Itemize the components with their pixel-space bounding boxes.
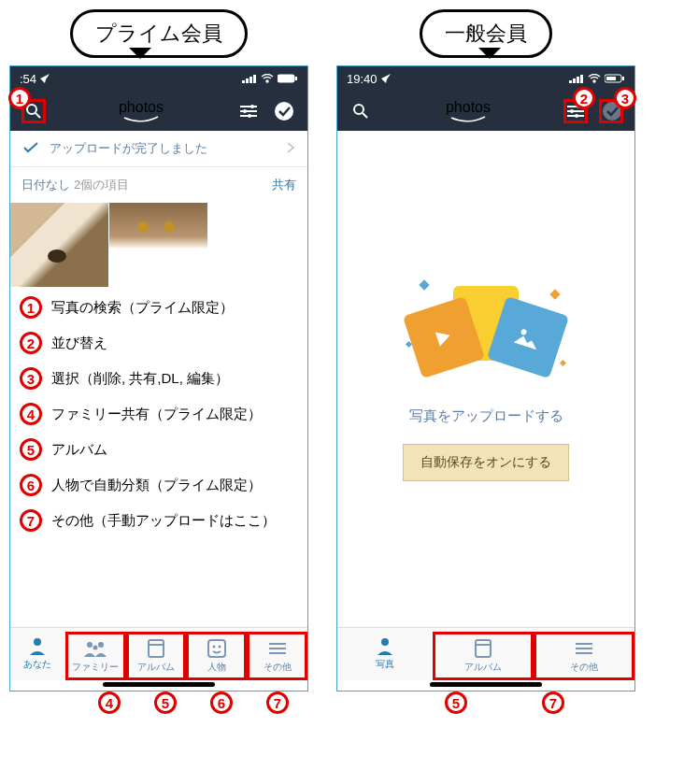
- svg-rect-33: [622, 77, 624, 80]
- svg-point-34: [354, 105, 363, 114]
- legend-item: 1写真の検索（プライム限定）: [20, 296, 298, 319]
- marker-5: 5: [154, 691, 177, 714]
- tab-photos[interactable]: 写真: [337, 632, 433, 680]
- wifi-icon: [261, 72, 274, 86]
- status-bar: :54: [10, 66, 307, 92]
- svg-point-40: [570, 109, 574, 113]
- person-icon: [374, 635, 396, 656]
- phone-prime: 1 :54 photos: [9, 65, 308, 691]
- svg-rect-30: [580, 75, 583, 83]
- face-icon: [206, 638, 228, 659]
- svg-point-18: [93, 646, 98, 650]
- num-badge: 1: [20, 296, 42, 319]
- svg-line-7: [36, 113, 40, 118]
- auto-save-button[interactable]: 自動保存をオンにする: [403, 444, 569, 481]
- svg-rect-5: [295, 77, 297, 80]
- tab-bar: 写真 アルバム その他: [337, 627, 634, 680]
- app-title: photos: [446, 99, 491, 123]
- svg-rect-32: [606, 77, 616, 80]
- family-icon: [84, 638, 107, 659]
- tab-family[interactable]: ファミリー: [65, 632, 126, 680]
- num-badge: 3: [20, 367, 42, 390]
- hamburger-icon: [573, 638, 595, 659]
- svg-rect-29: [577, 77, 579, 83]
- legend-item: 2並び替え: [20, 332, 298, 354]
- upload-prompt-text: 写真をアップロードする: [409, 407, 563, 425]
- album-icon: [472, 638, 494, 659]
- tab-you[interactable]: あなた: [10, 632, 65, 680]
- svg-rect-2: [249, 77, 252, 83]
- checkmark-icon: [23, 142, 38, 156]
- svg-point-11: [250, 105, 254, 108]
- tab-album[interactable]: アルバム: [126, 632, 187, 680]
- marker-7: 7: [266, 691, 289, 714]
- svg-rect-19: [149, 640, 164, 657]
- home-indicator: [103, 682, 215, 687]
- search-icon[interactable]: [349, 99, 373, 123]
- legend-item: 4ファミリー共有（プライム限定）: [20, 403, 298, 425]
- svg-point-6: [27, 105, 36, 114]
- svg-rect-21: [208, 640, 225, 657]
- select-icon[interactable]: [272, 99, 296, 123]
- photo-thumbnail[interactable]: [109, 203, 207, 287]
- svg-rect-28: [573, 78, 576, 83]
- marker-1: 1: [8, 87, 31, 109]
- tab-other[interactable]: その他: [247, 632, 307, 680]
- phone-general: 2 3 19:40 photos: [336, 65, 635, 691]
- photo-thumbnail[interactable]: [10, 203, 108, 287]
- num-badge: 7: [20, 509, 42, 532]
- svg-point-41: [575, 114, 578, 118]
- svg-rect-27: [569, 80, 572, 83]
- legend-item: 7その他（手動アップロードはここ）: [20, 509, 298, 532]
- tab-album[interactable]: アルバム: [433, 632, 534, 680]
- battery-icon: [278, 72, 298, 86]
- item-count: 2個の項目: [74, 178, 129, 192]
- battery-icon: [605, 72, 625, 86]
- wifi-icon: [588, 72, 601, 86]
- marker-6: 6: [210, 691, 233, 714]
- svg-point-12: [243, 109, 247, 113]
- svg-point-22: [212, 646, 215, 649]
- svg-point-43: [520, 329, 528, 336]
- home-indicator: [430, 682, 542, 687]
- upload-complete-banner[interactable]: アップロードが完了しました: [10, 131, 307, 167]
- svg-point-23: [218, 646, 221, 649]
- marker-3: 3: [614, 87, 636, 109]
- svg-point-17: [98, 642, 104, 648]
- photo-grid: [10, 203, 307, 287]
- num-badge: 4: [20, 403, 42, 425]
- hamburger-icon: [266, 638, 289, 659]
- signal-icon: [569, 72, 584, 86]
- svg-point-13: [248, 114, 251, 118]
- app-title: photos: [119, 99, 164, 123]
- tab-bar: あなた ファミリー アルバム 人物 その他: [10, 627, 307, 680]
- svg-rect-0: [242, 80, 245, 83]
- svg-rect-4: [278, 75, 294, 82]
- svg-point-15: [34, 638, 41, 646]
- share-button[interactable]: 共有: [272, 177, 296, 193]
- person-icon: [26, 635, 49, 656]
- num-badge: 5: [20, 438, 42, 461]
- svg-point-44: [381, 638, 389, 646]
- svg-line-35: [363, 113, 367, 118]
- legend-list: 1写真の検索（プライム限定） 2並び替え 3選択（削除, 共有,DL, 編集） …: [10, 287, 307, 627]
- svg-point-16: [87, 642, 93, 648]
- tab-other[interactable]: その他: [534, 632, 634, 680]
- legend-item: 3選択（削除, 共有,DL, 編集）: [20, 367, 298, 390]
- chevron-right-icon: [287, 142, 294, 156]
- svg-rect-3: [253, 75, 256, 83]
- num-badge: 2: [20, 332, 42, 354]
- marker-4: 4: [98, 691, 121, 714]
- status-time: :54: [20, 72, 36, 86]
- marker-2: 2: [573, 87, 595, 109]
- signal-icon: [242, 72, 257, 86]
- legend-item: 5アルバム: [20, 438, 298, 461]
- num-badge: 6: [20, 474, 42, 496]
- sort-icon[interactable]: [236, 99, 261, 123]
- date-none-label: 日付なし: [21, 178, 70, 192]
- legend-item: 6人物で自動分類（プライム限定）: [20, 474, 298, 496]
- tab-people[interactable]: 人物: [186, 632, 247, 680]
- general-member-bubble: 一般会員: [420, 9, 552, 58]
- marker-5: 5: [445, 691, 467, 714]
- empty-state: 写真をアップロードする 自動保存をオンにする: [337, 131, 634, 627]
